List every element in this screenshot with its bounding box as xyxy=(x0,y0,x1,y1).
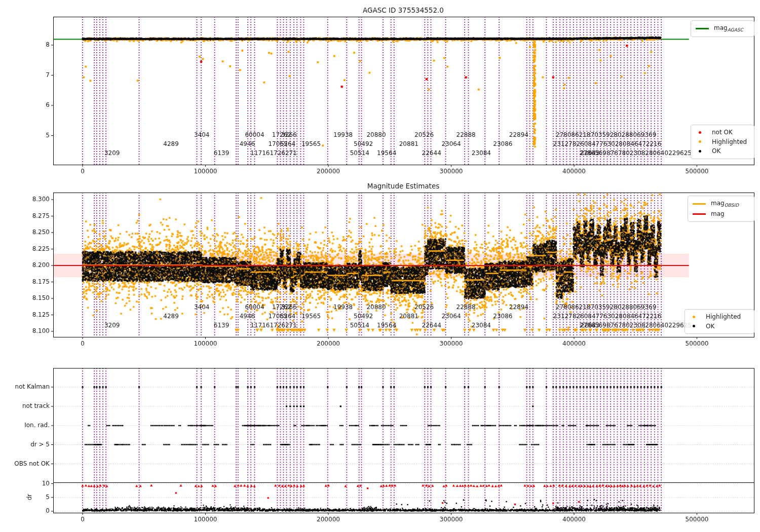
orange-dot-swatch xyxy=(699,140,701,143)
dr-axis-label: dr xyxy=(26,494,33,501)
mid-plot-title: Magnitude Estimates xyxy=(367,182,439,190)
figure: 0100000200000300000400000500000010000020… xyxy=(0,0,760,532)
black-dot-swatch xyxy=(693,325,695,327)
legend-entry-mag: mag xyxy=(693,209,749,219)
plot-canvas xyxy=(0,0,760,532)
legend-label: magAGASC xyxy=(714,23,743,34)
legend-label: Highlighted xyxy=(706,312,741,322)
legend-label: Highlighted xyxy=(712,137,747,147)
black-dot-swatch xyxy=(699,150,701,153)
legend-entry-mag-obsid: magOBSID xyxy=(693,199,749,209)
legend-mag-agasc: magAGASC xyxy=(691,20,754,37)
top-plot-title: AGASC ID 375534552.0 xyxy=(363,6,444,14)
legend-mag-lines: magOBSID mag xyxy=(688,196,754,222)
orange-dot-swatch xyxy=(693,316,695,318)
red-line-swatch xyxy=(693,213,706,215)
legend-label: magOBSID xyxy=(711,199,739,209)
red-dot-swatch xyxy=(699,131,701,134)
legend-entry-ok: OK xyxy=(690,322,749,331)
legend-label: not OK xyxy=(712,128,733,137)
legend-entry-highlighted: Highlighted xyxy=(690,312,749,322)
legend-entry-ok: OK xyxy=(696,146,749,156)
legend-label: OK xyxy=(712,146,720,156)
legend-entry-mag-agasc: magAGASC xyxy=(696,23,749,34)
legend-top-markers: not OK Highlighted OK xyxy=(691,125,754,159)
legend-label: OK xyxy=(706,322,714,331)
legend-entry-highlighted: Highlighted xyxy=(696,137,749,147)
green-line-swatch xyxy=(696,28,709,29)
legend-label: mag xyxy=(711,209,725,219)
legend-entry-not-ok: not OK xyxy=(696,128,749,137)
legend-mid-markers: Highlighted OK xyxy=(685,309,754,334)
orange-line-swatch xyxy=(693,203,706,205)
